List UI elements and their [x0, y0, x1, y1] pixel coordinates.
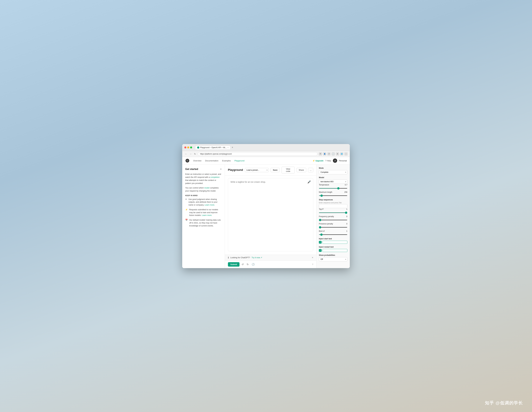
top-p-slider[interactable] — [319, 212, 347, 213]
banner-close-button[interactable]: × — [312, 256, 313, 259]
avatar[interactable]: J — [333, 159, 337, 163]
learn-more-training-link[interactable]: Learn more. — [202, 214, 212, 216]
minimize-window-button[interactable] — [187, 147, 189, 149]
right-panel: Mode Complete Model text-davinci-003 Tem… — [316, 165, 350, 268]
show-probabilities-select[interactable]: Off — [319, 257, 347, 262]
close-window-button[interactable] — [184, 147, 186, 149]
download-icon[interactable]: ⬇ — [336, 152, 339, 156]
show-probabilities-label: Show probabilities — [319, 254, 347, 256]
sidebar-close-button[interactable]: × — [220, 168, 222, 171]
sidebar-header: Get started × — [185, 168, 222, 171]
frequency-penalty-slider[interactable] — [319, 220, 347, 220]
top-p-row: Top P 1 — [319, 208, 347, 210]
model-select[interactable]: text-davinci-003 — [319, 179, 347, 184]
playground-textarea[interactable] — [228, 178, 313, 251]
undo-button[interactable]: ↺ — [241, 262, 245, 266]
model-link[interactable]: model — [204, 187, 209, 189]
maximize-window-button[interactable] — [190, 147, 192, 149]
inject-restart-checkbox[interactable]: ✓ — [319, 249, 322, 252]
inject-start-label: Inject start text — [319, 238, 347, 240]
presence-penalty-value: 0 — [346, 223, 347, 225]
model-label: Model — [319, 177, 347, 178]
max-length-value: 256 — [344, 191, 347, 193]
address-bar: ← → ↻ R 👤 ↺ 🕐 ⬇ 🌐 ··· — [182, 151, 350, 157]
sidebar-title: Get started — [185, 168, 198, 170]
help-button[interactable]: ? Help — [325, 159, 331, 162]
temperature-container: Temperature 0.7 — [319, 184, 347, 189]
frequency-penalty-container: Frequency penalty 0 — [319, 215, 347, 221]
inject-start-row: ✓ — [319, 241, 347, 244]
max-length-container: Maximum length 256 — [319, 191, 347, 197]
refresh-button[interactable]: ↻ — [193, 152, 197, 155]
submit-button[interactable]: Submit — [228, 262, 239, 267]
mode-label: Mode — [319, 167, 347, 169]
sidebar-item-training-text: Requests submitted to our models may be … — [189, 208, 222, 217]
max-length-row: Maximum length 256 — [319, 191, 347, 193]
stop-sequences-input[interactable] — [319, 204, 347, 208]
best-of-container: Best of 1 — [319, 230, 347, 235]
nav-playground[interactable]: Playground — [235, 159, 245, 162]
max-length-slider[interactable] — [319, 195, 347, 196]
sidebar-item-cutoff: 📅 Our default models' training data cuts… — [185, 219, 222, 227]
sync-icon[interactable]: ↺ — [327, 152, 331, 156]
add-tab-button[interactable]: + — [231, 146, 234, 149]
browser-tab[interactable]: Playground – OpenAI API – htt... × — [195, 146, 230, 149]
mode-select[interactable]: Complete — [319, 170, 347, 174]
max-length-label: Maximum length — [319, 191, 332, 193]
address-input[interactable] — [198, 152, 317, 156]
calendar-icon: 📅 — [185, 219, 188, 221]
presence-penalty-slider[interactable] — [319, 227, 347, 228]
preset-select[interactable]: Load a preset... — [245, 168, 269, 172]
browser-window: Playground – OpenAI API – htt... × + ← →… — [182, 144, 350, 268]
tab-close-icon[interactable]: × — [228, 147, 228, 149]
back-button[interactable]: ← — [184, 152, 188, 155]
playground-title: Playground — [228, 169, 243, 172]
redo-button[interactable]: ↻ — [246, 262, 249, 266]
learn-more-sharing-link[interactable]: Learn more. — [205, 204, 215, 206]
presence-penalty-row: Presence penalty 0 — [319, 223, 347, 225]
sidebar-intro: Enter an instruction or select a preset,… — [185, 173, 222, 185]
nav-documentation[interactable]: Documentation — [205, 159, 218, 162]
more-options-button[interactable]: ... — [308, 168, 313, 172]
traffic-lights — [184, 147, 192, 149]
account-icon[interactable]: 🌐 — [340, 152, 343, 156]
tab-title: Playground – OpenAI API – htt... — [200, 147, 227, 149]
save-button[interactable]: Save — [271, 168, 280, 172]
tab-area: Playground – OpenAI API – htt... × + — [195, 146, 234, 149]
nav-examples[interactable]: Examples — [222, 159, 231, 162]
history-icon[interactable]: 🕐 — [332, 152, 335, 156]
external-link-icon: ↗ — [260, 256, 262, 259]
sidebar-item-sharing-text: Use good judgment when sharing outputs, … — [189, 198, 222, 206]
text-area-wrapper: 🎤 — [225, 176, 316, 254]
bottom-toolbar: Submit ↺ ↻ 🕐 0 — [225, 261, 316, 268]
top-p-label: Top P — [319, 208, 323, 210]
best-of-slider[interactable] — [319, 234, 347, 235]
sidebar-item-training: ⚡ Requests submitted to our models may b… — [185, 208, 222, 217]
stop-sequences-hint: Enter sequence and press Tab — [319, 202, 347, 204]
more-options-icon[interactable]: ··· — [344, 152, 348, 156]
microphone-icon[interactable]: 🎤 — [307, 180, 311, 184]
temperature-slider[interactable] — [319, 188, 347, 189]
frequency-penalty-label: Frequency penalty — [319, 215, 334, 218]
history-button[interactable]: 🕐 — [251, 262, 256, 266]
sidebar-item-cutoff-text: Our default models' training data cuts o… — [189, 219, 222, 227]
lightning-icon: ⚡ — [185, 208, 188, 211]
send-icon: ✈ — [185, 198, 187, 200]
inject-restart-input[interactable] — [323, 249, 347, 252]
forward-button[interactable]: → — [189, 152, 192, 155]
playground-area: Playground Load a preset... Save View co… — [225, 165, 316, 268]
view-code-button[interactable]: View code — [282, 167, 294, 173]
tab-favicon-icon — [197, 147, 199, 149]
mode-dropdown-wrapper: Complete — [319, 170, 347, 174]
temperature-value: 0.7 — [345, 184, 347, 186]
upgrade-button[interactable]: ⚡ Upgrade — [313, 159, 323, 162]
nav-overview[interactable]: Overview — [193, 159, 201, 162]
inject-start-checkbox[interactable]: ✓ — [319, 241, 322, 243]
share-button[interactable]: Share — [296, 168, 306, 172]
top-p-container: Top P 1 — [319, 208, 347, 214]
completion-link[interactable]: completion — [210, 176, 219, 178]
extensions-icon[interactable]: R — [319, 152, 322, 156]
inject-start-input[interactable] — [323, 241, 347, 244]
profile-icon[interactable]: 👤 — [323, 152, 326, 156]
try-now-link[interactable]: Try it now ↗ — [252, 256, 262, 259]
